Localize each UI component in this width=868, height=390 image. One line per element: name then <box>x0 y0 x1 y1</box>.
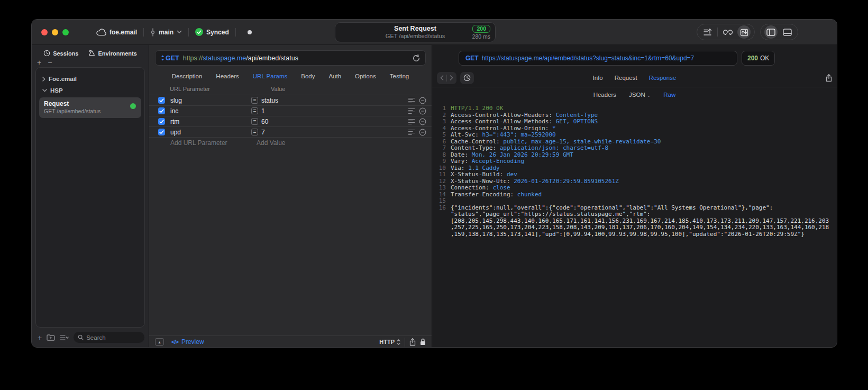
tree-item-hsp[interactable]: HSP <box>39 85 141 96</box>
response-status-badge: 200 OK <box>742 51 775 66</box>
tab-auth[interactable]: Auth <box>328 73 341 79</box>
environments-icon <box>88 50 95 57</box>
close-button[interactable] <box>41 29 48 35</box>
summary-subtitle: GET /api/embed/status <box>386 33 445 40</box>
param-value-input[interactable]: 60 <box>261 118 408 125</box>
param-checkbox[interactable] <box>158 129 165 135</box>
new-folder-button[interactable] <box>47 334 55 341</box>
param-name-input[interactable]: rtm <box>170 118 251 125</box>
traffic-lights <box>41 29 69 35</box>
param-name-input[interactable]: upd <box>170 129 251 136</box>
response-line: 15 <box>437 198 830 205</box>
cloud-icon <box>96 29 106 36</box>
request-footer-bar: ▲ </> Preview HTTP <box>149 335 432 348</box>
search-input[interactable]: Search <box>74 332 144 343</box>
param-checkbox[interactable] <box>158 118 165 125</box>
toggle-bottom-panel-button[interactable] <box>781 25 794 39</box>
remove-param-button[interactable] <box>419 129 426 136</box>
params-rows: slug=statusinc=1rtm=60upd=7 <box>149 95 432 137</box>
send-request-button[interactable] <box>737 25 751 39</box>
response-line-text: {"incidents":​null,"overall":​{"code":​"… <box>451 205 830 238</box>
tree-item-foe-email[interactable]: Foe.email <box>39 73 141 85</box>
sync-branches-button[interactable] <box>721 25 734 39</box>
add-param-name[interactable]: Add URL Parameter <box>170 139 257 147</box>
tab-response[interactable]: Response <box>649 75 677 81</box>
subtab-headers[interactable]: Headers <box>593 92 616 98</box>
param-value-input[interactable]: 1 <box>261 107 408 115</box>
add-param-row[interactable]: Add URL Parameter Add Value <box>149 137 432 148</box>
add-param-value[interactable]: Add Value <box>257 139 286 147</box>
equals-icon: = <box>251 107 258 114</box>
chevron-right-icon <box>42 77 45 81</box>
remove-param-button[interactable] <box>419 107 426 115</box>
raw-response: 1HTTP/1.1 200 OK2Access-Control-Allow-He… <box>432 102 837 348</box>
line-number: 1 <box>437 105 446 112</box>
request-item[interactable]: Request GET /api/embed/status <box>39 97 141 118</box>
reorder-handle-icon[interactable] <box>408 119 415 125</box>
chevron-down-icon[interactable] <box>177 30 182 34</box>
format-label: HTTP <box>379 339 395 345</box>
request-tabs: DescriptionHeadersURL ParamsBodyAuthOpti… <box>149 68 432 85</box>
param-value-input[interactable]: status <box>261 97 408 104</box>
collapse-panel-button[interactable]: ▲ <box>155 338 164 346</box>
toggle-sidebar-button[interactable] <box>764 25 778 39</box>
reorder-handle-icon[interactable] <box>408 97 415 104</box>
export-list-button[interactable] <box>701 25 714 39</box>
preview-label: Preview <box>181 338 204 346</box>
reorder-handle-icon[interactable] <box>408 108 415 114</box>
response-line: 16{"incidents":​null,"overall":​{"code":… <box>437 205 830 238</box>
param-row: slug=status <box>149 95 432 105</box>
tab-body[interactable]: Body <box>301 73 315 79</box>
divider <box>235 28 236 37</box>
response-nav-bar: InfoRequestResponse <box>432 69 837 87</box>
code-icon: </> <box>171 339 178 345</box>
display-options-button[interactable] <box>60 334 69 341</box>
url-scheme: https:// <box>183 55 203 62</box>
sync-status: Synced <box>206 29 229 36</box>
add-session-button[interactable]: + <box>37 59 41 66</box>
resend-icon[interactable] <box>413 54 420 62</box>
tab-environments[interactable]: Environments <box>88 50 136 57</box>
unsaved-indicator-dot <box>248 30 252 34</box>
zoom-button[interactable] <box>62 29 69 35</box>
line-number: 13 <box>437 185 446 192</box>
subtab-raw[interactable]: Raw <box>663 92 675 98</box>
add-request-button[interactable]: + <box>38 333 42 342</box>
tab-testing[interactable]: Testing <box>390 73 409 79</box>
preview-button[interactable]: </> Preview <box>171 338 204 346</box>
response-url: https://statuspage.me/api/embed/status?s… <box>482 55 695 62</box>
remove-session-button[interactable]: − <box>48 59 52 66</box>
param-name-input[interactable]: inc <box>170 107 251 115</box>
remove-param-button[interactable] <box>419 118 426 125</box>
param-value-input[interactable]: 7 <box>261 129 408 136</box>
line-number: 3 <box>437 119 446 125</box>
param-checkbox[interactable] <box>158 97 165 104</box>
tab-info[interactable]: Info <box>593 75 603 81</box>
request-summary-pill[interactable]: Sent Request GET /api/embed/status 200 2… <box>335 22 496 42</box>
request-item-title: Request <box>44 100 136 108</box>
tab-options[interactable]: Options <box>355 73 376 79</box>
divider <box>188 28 189 37</box>
remove-param-button[interactable] <box>419 97 426 104</box>
project-name[interactable]: foe.email <box>109 29 137 36</box>
minimize-button[interactable] <box>52 29 58 35</box>
param-row: upd=7 <box>149 126 432 137</box>
tab-sessions[interactable]: Sessions <box>43 50 78 57</box>
subtab-json[interactable]: JSON⌄ <box>629 92 651 98</box>
param-checkbox[interactable] <box>158 107 165 114</box>
request-url-bar[interactable]: GET https://statuspage.me/api/embed/stat… <box>155 50 426 66</box>
branch-icon <box>150 28 156 37</box>
tab-headers[interactable]: Headers <box>216 73 239 79</box>
branch-name[interactable]: main <box>159 29 173 36</box>
sent-request-url[interactable]: GET https://statuspage.me/api/embed/stat… <box>459 51 737 66</box>
request-duration: 280 ms <box>472 33 490 40</box>
method-selector[interactable]: GET <box>161 55 179 62</box>
share-icon[interactable] <box>409 338 416 346</box>
tab-url-params[interactable]: URL Params <box>253 73 287 79</box>
tab-label: Environments <box>98 50 136 57</box>
reorder-handle-icon[interactable] <box>408 129 415 135</box>
tab-description[interactable]: Description <box>172 73 203 79</box>
format-selector[interactable]: HTTP <box>379 339 400 345</box>
param-name-input[interactable]: slug <box>170 97 251 104</box>
tab-request[interactable]: Request <box>615 75 637 81</box>
